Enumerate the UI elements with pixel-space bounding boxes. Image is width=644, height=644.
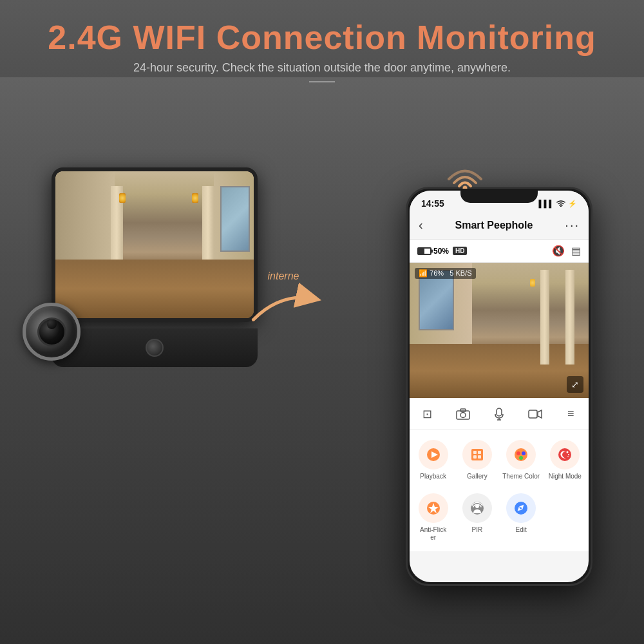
svg-point-21 — [519, 456, 523, 460]
battery-tip — [431, 249, 433, 252]
theme-color-feature[interactable]: Theme Color — [501, 437, 542, 484]
header: 2.4G WIFI Connection Monitoring 24-hour … — [0, 0, 644, 92]
svg-point-24 — [568, 454, 569, 455]
porch-light-1 — [119, 193, 126, 203]
playback-icon — [419, 440, 448, 469]
edit-label: Edit — [516, 526, 527, 534]
arrow-internet: interne — [245, 270, 322, 327]
anti-flicker-label: Anti-Flicker — [420, 526, 446, 542]
battery-percent: 50% — [433, 247, 449, 256]
lens-dot — [47, 319, 57, 329]
pir-feature[interactable]: PIR — [457, 490, 497, 545]
playback-feature[interactable]: Playback — [413, 437, 453, 484]
battery-icon: ⚡ — [568, 200, 577, 208]
phone-notch — [460, 189, 538, 203]
signal-info: 📶 76% 5 KB/S — [415, 268, 476, 279]
lens-inner — [37, 317, 66, 346]
svg-point-31 — [520, 507, 522, 509]
svg-point-1 — [463, 186, 468, 189]
theme-color-label: Theme Color — [502, 473, 540, 480]
svg-rect-15 — [478, 451, 481, 454]
empty-feature — [545, 490, 585, 545]
svg-rect-6 — [497, 408, 502, 416]
app-header: ‹ Smart Peephole ··· — [410, 211, 589, 240]
microphone-button[interactable] — [488, 402, 511, 426]
device-screen-inner — [55, 171, 254, 318]
battery-indicator: 50% — [417, 247, 449, 256]
wifi-signal-svg — [446, 160, 484, 189]
phone-column-2 — [565, 270, 574, 365]
record-button[interactable] — [524, 402, 547, 426]
gallery-label: Gallery — [467, 473, 488, 480]
status-icons: ▌▌▌ ⚡ — [539, 200, 577, 208]
peephole-device — [32, 167, 277, 367]
camera-lens — [23, 303, 80, 361]
svg-rect-5 — [460, 409, 466, 412]
wifi-icon — [556, 200, 565, 208]
more-options-button[interactable]: ··· — [565, 218, 580, 232]
gallery-feature[interactable]: Gallery — [457, 437, 497, 484]
smartphone: 14:55 ▌▌▌ ⚡ ‹ Smart Peephole ··· — [406, 187, 592, 586]
camera-info-bar: 50% HD 🔇 ▤ — [410, 240, 589, 263]
theme-color-icon — [506, 440, 536, 469]
night-mode-label: Night Mode — [549, 473, 582, 480]
mute-icon[interactable]: 🔇 — [552, 245, 565, 257]
snapshot-button[interactable] — [451, 402, 475, 426]
layout-icon[interactable]: ▤ — [571, 245, 581, 257]
porch-wall-left — [55, 171, 115, 274]
porch-light-2 — [192, 193, 198, 203]
edit-icon — [506, 493, 536, 523]
signal-bars-icon: ▌▌▌ — [539, 200, 554, 207]
svg-rect-13 — [471, 449, 483, 460]
svg-point-23 — [567, 451, 569, 453]
night-mode-feature[interactable]: Night Mode — [545, 437, 585, 484]
divider — [309, 81, 335, 82]
subtitle: 24-hour security. Check the situation ou… — [32, 61, 612, 75]
cam-info-left: 50% HD — [417, 247, 467, 256]
anti-flicker-icon — [419, 493, 448, 523]
speed-info: 5 KB/S — [450, 269, 471, 277]
night-mode-icon — [550, 440, 580, 469]
gallery-icon — [462, 440, 492, 469]
anti-flicker-feature[interactable]: Anti-Flicker — [413, 490, 453, 545]
app-title: Smart Peephole — [455, 220, 533, 231]
battery-fill — [419, 249, 424, 254]
svg-point-19 — [516, 451, 520, 455]
pir-icon — [462, 493, 492, 523]
back-button[interactable]: ‹ — [419, 218, 423, 232]
cam-info-right: 🔇 ▤ — [552, 245, 581, 257]
fullscreen-button[interactable]: ⊡ — [416, 402, 439, 426]
phone-column-1 — [540, 270, 549, 365]
arrow-svg — [242, 279, 325, 330]
expand-button[interactable]: ⤢ — [567, 376, 583, 393]
svg-rect-14 — [473, 451, 477, 454]
svg-rect-16 — [473, 455, 477, 459]
pir-label: PIR — [472, 526, 483, 534]
svg-point-4 — [460, 412, 466, 417]
svg-point-25 — [568, 456, 569, 457]
device-screen — [52, 167, 258, 322]
hd-badge: HD — [453, 247, 467, 255]
device-button[interactable] — [146, 339, 164, 357]
status-time: 14:55 — [421, 198, 444, 209]
camera-feed: 📶 76% 5 KB/S ⤢ — [410, 263, 589, 398]
phone-porch-scene — [410, 263, 589, 398]
edit-feature[interactable]: Edit — [501, 490, 542, 545]
feature-grid-row2: Anti-Flicker PIR — [410, 490, 589, 551]
phone-porch-light — [530, 279, 535, 287]
phone-porch-floor — [410, 344, 589, 398]
playback-label: Playback — [420, 473, 446, 480]
svg-point-2 — [560, 205, 562, 207]
window-right — [220, 186, 250, 252]
phone-screen: 14:55 ▌▌▌ ⚡ ‹ Smart Peephole ··· — [410, 191, 589, 582]
porch-floor — [55, 260, 254, 318]
main-title: 2.4G WIFI Connection Monitoring — [32, 19, 612, 56]
svg-rect-17 — [478, 455, 481, 459]
svg-marker-10 — [538, 410, 542, 418]
wifi-signal-indicator — [446, 160, 484, 189]
porch-scene — [55, 171, 254, 318]
wifi-percent: 📶 76% — [419, 269, 444, 277]
svg-point-20 — [522, 451, 526, 455]
svg-rect-9 — [529, 410, 537, 418]
menu-button[interactable]: ≡ — [559, 402, 582, 426]
